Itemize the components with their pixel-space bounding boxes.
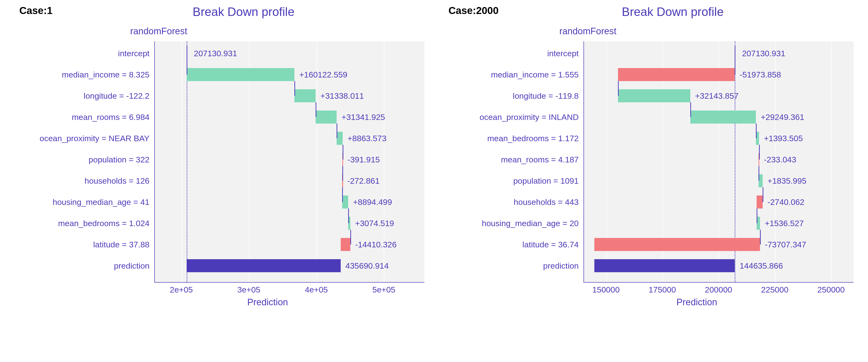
row-label: housing_median_age = 20 — [482, 219, 579, 228]
chart-subtitle: randomForest — [14, 26, 424, 36]
row-label: median_income = 8.325 — [62, 70, 150, 79]
contribution-bar — [337, 132, 343, 145]
row-value: -272.861 — [347, 176, 379, 186]
row-value: +29249.361 — [761, 112, 804, 122]
connector — [294, 81, 295, 96]
x-labels: 150000175000200000225000250000 — [584, 283, 854, 297]
contribution-bar — [294, 89, 316, 102]
row-value: -73707.347 — [765, 240, 806, 249]
row-value: +1393.505 — [764, 134, 803, 143]
connector — [735, 60, 735, 75]
connector — [350, 230, 351, 245]
connector — [760, 230, 761, 245]
row-value: 207130.931 — [194, 49, 237, 58]
row-value: +31338.011 — [320, 91, 364, 101]
contribution-bar — [594, 238, 760, 251]
connector — [756, 123, 756, 138]
chart-title: Break Down profile — [444, 5, 854, 19]
contribution-bar — [342, 195, 348, 208]
connector — [337, 123, 337, 138]
row-label: households = 443 — [514, 197, 579, 207]
x-tick: 200000 — [705, 285, 732, 295]
row-value: +31341.925 — [341, 112, 385, 122]
connector — [759, 145, 760, 160]
gridline — [831, 41, 832, 282]
contribution-bar — [756, 195, 763, 208]
y-labels: interceptmedian_income = 1.555longitude … — [444, 41, 584, 283]
row-value: +1835.995 — [768, 176, 807, 186]
row-label: intercept — [118, 49, 150, 58]
connector — [618, 81, 619, 96]
chart-area: 207130.931-51973.858+32143.857+29249.361… — [584, 41, 854, 283]
x-tick: 250000 — [817, 285, 845, 295]
contribution-bar — [316, 111, 337, 123]
row-value: +32143.857 — [695, 91, 739, 101]
x-tick: 3e+05 — [237, 285, 260, 295]
connector — [756, 208, 757, 223]
row-value: +160122.559 — [299, 70, 347, 79]
plot-area: interceptmedian_income = 8.325longitude … — [14, 41, 424, 283]
row-value: -14410.326 — [355, 240, 397, 249]
row-label: households = 126 — [85, 176, 150, 186]
panel-case-2000: Case:2000 Break Down profile randomFores… — [434, 5, 863, 357]
y-labels: interceptmedian_income = 8.325longitude … — [14, 41, 154, 283]
row-value: +1536.527 — [765, 219, 804, 228]
row-value: -391.915 — [347, 155, 380, 164]
connector — [690, 102, 691, 117]
contribution-bar — [690, 111, 756, 123]
x-tick: 4e+05 — [305, 285, 328, 295]
x-tick: 175000 — [649, 285, 676, 295]
connector — [343, 145, 343, 160]
row-value: 144635.866 — [740, 261, 783, 271]
chart-title: Break Down profile — [14, 5, 424, 19]
row-label: mean_rooms = 4.187 — [501, 155, 579, 164]
row-label: intercept — [547, 49, 579, 58]
chart-area: 207130.931+160122.559+31338.011+31341.92… — [154, 41, 424, 283]
case-label: Case:2000 — [448, 5, 499, 17]
row-label: mean_bedrooms = 1.024 — [58, 219, 150, 228]
x-tick: 2e+05 — [170, 285, 193, 295]
x-title: Prediction — [111, 297, 424, 307]
chart-container: Case:1 Break Down profile randomForest i… — [5, 5, 863, 357]
row-label: longitude = -122.2 — [84, 91, 150, 101]
connector — [348, 208, 349, 223]
connector — [316, 102, 316, 117]
contribution-bar — [618, 89, 690, 102]
row-value: 435690.914 — [345, 261, 389, 271]
x-title: Prediction — [540, 297, 854, 307]
row-value: 207130.931 — [742, 49, 785, 58]
row-label: housing_median_age = 41 — [53, 197, 150, 207]
x-tick: 150000 — [592, 285, 620, 295]
row-label: ocean_proximity = INLAND — [479, 112, 579, 122]
row-value: +8894.499 — [353, 197, 392, 207]
panel-case-1: Case:1 Break Down profile randomForest i… — [5, 5, 434, 357]
row-value: +3074.519 — [355, 219, 394, 228]
intercept-mark — [735, 46, 735, 61]
x-tick: 225000 — [761, 285, 788, 295]
row-label: latitude = 36.74 — [523, 240, 579, 249]
row-label: latitude = 37.88 — [93, 240, 150, 249]
row-label: ocean_proximity = NEAR BAY — [39, 134, 150, 143]
case-label: Case:1 — [19, 5, 53, 17]
row-label: mean_bedrooms = 1.172 — [487, 134, 579, 143]
row-label: population = 1091 — [513, 176, 579, 186]
row-label: population = 322 — [89, 155, 150, 164]
row-label: longitude = -119.8 — [513, 91, 579, 101]
connector — [187, 60, 187, 75]
row-label: prediction — [114, 261, 150, 271]
row-value: -233.043 — [764, 155, 796, 164]
row-value: +8863.573 — [347, 134, 386, 143]
row-value: -2740.062 — [768, 197, 804, 207]
connector — [342, 187, 343, 202]
contribution-bar — [341, 238, 350, 251]
contribution-bar — [187, 68, 294, 81]
connector — [763, 187, 763, 202]
row-label: prediction — [543, 261, 579, 271]
row-value: -51973.858 — [740, 70, 781, 79]
connector — [342, 166, 343, 181]
intercept-mark — [187, 46, 187, 61]
chart-subtitle: randomForest — [444, 26, 854, 36]
plot-area: interceptmedian_income = 1.555longitude … — [444, 41, 854, 283]
prediction-bar — [187, 259, 341, 272]
gridline — [182, 41, 182, 282]
